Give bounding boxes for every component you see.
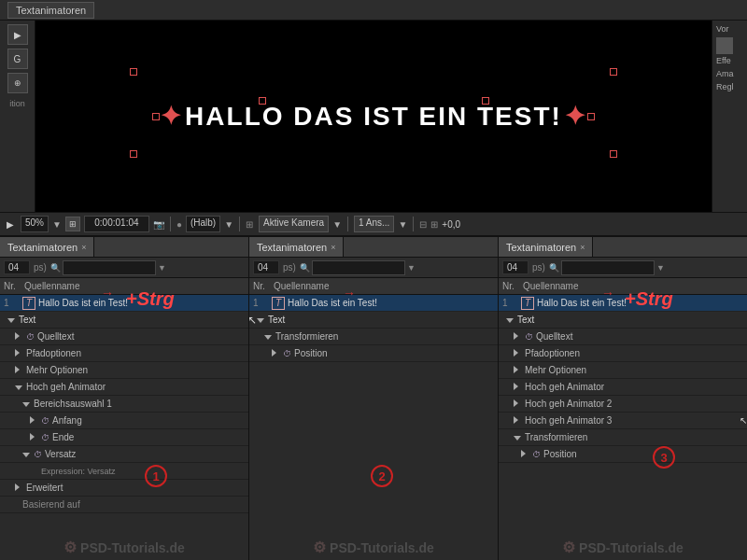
tool-button-3[interactable]: ⊕: [7, 73, 28, 93]
prop-anfang-1[interactable]: ⏱ Anfang: [0, 413, 248, 429]
prop-animator1-3[interactable]: Hoch geh Animator: [499, 379, 747, 396]
prop-mehr-1[interactable]: Mehr Optionen: [0, 362, 248, 379]
anchor-br: [610, 150, 617, 158]
search-dropdown-1[interactable]: ▼: [158, 263, 166, 273]
color-icon: ●: [176, 219, 182, 230]
prop-bereich-1[interactable]: Bereichsauswahl 1: [0, 396, 248, 413]
zoom-field[interactable]: 50%: [21, 216, 49, 232]
search-dropdown-3[interactable]: ▼: [656, 263, 665, 273]
tri-pfad-3: [514, 349, 523, 358]
zoom-dropdown-icon[interactable]: ▼: [52, 219, 62, 230]
panel-2-tab[interactable]: Textanimatoren ×: [249, 237, 344, 257]
panel-2-toolbar: 04 ps) 🔍 ▼: [249, 258, 498, 278]
panel-3-content: 1 T Hallo Das ist ein Test! Text ⏱ Quell…: [499, 295, 747, 560]
panel-1-fps: ps): [34, 262, 47, 273]
search-dropdown-2[interactable]: ▼: [407, 263, 416, 273]
tri-ber-1: [22, 399, 32, 409]
panel-3-time: 04: [502, 260, 529, 274]
camera-dropdown-icon[interactable]: ▼: [332, 219, 342, 230]
quality-dropdown[interactable]: ▼: [224, 219, 233, 230]
camera-dropdown[interactable]: Aktive Kamera: [259, 216, 329, 232]
plus-value: +0,0: [442, 219, 460, 230]
prop-erweitert-1[interactable]: Erweitert: [0, 480, 248, 497]
prop-text-3[interactable]: Text: [499, 312, 747, 329]
quality-field[interactable]: (Halb): [186, 216, 220, 232]
prop-position-3[interactable]: ⏱ Position: [499, 446, 747, 463]
prop-ende-1[interactable]: ⏱ Ende: [0, 429, 248, 446]
layer-name-1: Hallo Das ist ein Test!: [38, 298, 245, 308]
search-input-3[interactable]: [561, 260, 655, 275]
prop-transform-2[interactable]: Transformieren: [249, 329, 498, 345]
prop-animator-1[interactable]: Hoch geh Animator: [0, 379, 248, 396]
panel-3-header: Nr. Quellenname: [499, 278, 747, 295]
panel-1-content: 1 T Hallo Das ist ein Test! Text ⏱ Quell…: [0, 295, 248, 560]
panel-3: Textanimatoren × 04 ps) 🔍 ▼ Nr. Quellenn…: [499, 237, 747, 560]
tri-qt-3: [514, 332, 523, 342]
tool-button-1[interactable]: ▶: [7, 24, 28, 45]
prop-mehr-3[interactable]: Mehr Optionen: [499, 362, 747, 379]
panel-1-toolbar: 04 ps) 🔍 ▼: [0, 258, 248, 278]
tri-mehr-3: [514, 366, 523, 375]
panel-1-tab-close[interactable]: ×: [81, 243, 86, 252]
col-nr-3: Nr.: [502, 281, 523, 291]
prop-pfad-1[interactable]: Pfadoptionen: [0, 345, 248, 362]
layer-name-2: Hallo Das ist ein Test!: [288, 298, 494, 308]
panel-3-tab-bar: Textanimatoren ×: [499, 237, 747, 258]
tri-anim-1: [15, 383, 24, 392]
view-dropdown[interactable]: 1 Ans...: [354, 216, 394, 232]
anchor-tr: [610, 68, 617, 76]
tri-pfad-1: [15, 349, 24, 358]
separator-2: [239, 217, 240, 231]
prop-text-1[interactable]: Text: [0, 312, 248, 329]
tri-ende-1: [30, 433, 39, 442]
layer-row-2[interactable]: 1 T Hallo Das ist ein Test!: [249, 295, 498, 312]
panel-3-tab-close[interactable]: ×: [580, 243, 585, 252]
watch-anf-1: ⏱: [41, 416, 49, 426]
tool-button-2[interactable]: G: [7, 49, 28, 69]
panel-1-time: 04: [4, 260, 30, 274]
panel-3-tab[interactable]: Textanimatoren ×: [499, 237, 593, 257]
watch-pos-2: ⏱: [283, 349, 291, 358]
tri-anf-1: [30, 416, 39, 426]
layer-row-3[interactable]: 1 T Hallo Das ist ein Test!: [499, 295, 747, 312]
panel-1-header: Nr. Quellenname: [0, 278, 248, 295]
prop-pfad-3[interactable]: Pfadoptionen: [499, 345, 747, 362]
layer-icon-1: T: [22, 297, 35, 310]
grid-icon: ⊞: [246, 219, 253, 230]
cursor-3: ↖: [740, 415, 747, 426]
tool-label: ition: [9, 99, 25, 108]
prop-quelltext-1[interactable]: ⏱ Quelltext: [0, 329, 248, 345]
tri-pos-3: [521, 450, 530, 459]
top-bar: Textanimatoren: [0, 0, 747, 21]
anchor-tl: [130, 68, 137, 76]
prop-position-2[interactable]: ⏱ Position: [249, 345, 498, 362]
layer-row-1[interactable]: 1 T Hallo Das ist ein Test!: [0, 295, 248, 312]
panel-1-tab[interactable]: Textanimatoren ×: [0, 237, 94, 257]
tri-trans-2: [264, 332, 274, 342]
col-name-1: Quellenname: [24, 281, 245, 291]
right-btn-1[interactable]: [716, 37, 733, 54]
tri-erw-1: [15, 483, 24, 493]
separator-3: [347, 217, 348, 231]
tri-text-3: [506, 315, 515, 325]
prop-transform-3[interactable]: Transformieren: [499, 429, 747, 446]
search-input-2[interactable]: [312, 260, 405, 275]
camera-icon: 📷: [153, 219, 164, 230]
tri-trans-3: [514, 433, 523, 442]
prop-animator2-3[interactable]: Hoch geh Animator 2: [499, 396, 747, 413]
search-input-1[interactable]: [63, 260, 156, 275]
panel-2-tab-close[interactable]: ×: [331, 243, 335, 252]
layer-num-2: 1: [253, 298, 272, 308]
col-name-2: Quellenname: [274, 281, 494, 291]
left-tool-panel: ▶ G ⊕ ition: [0, 21, 35, 212]
search-icon-1: 🔍: [50, 263, 61, 273]
col-nr-1: Nr.: [4, 281, 24, 291]
timecode-field[interactable]: 0:00:01:04: [84, 216, 149, 232]
right-label-1: Vor: [716, 24, 743, 34]
prop-animator3-3[interactable]: Hoch geh Animator 3 ↖: [499, 413, 747, 429]
view-dropdown-icon[interactable]: ▼: [398, 219, 407, 230]
prop-quelltext-3[interactable]: ⏱ Quelltext: [499, 329, 747, 345]
prop-text-2[interactable]: Text: [249, 312, 498, 329]
prop-versatz-1[interactable]: ⏱ Versatz: [0, 446, 248, 463]
play-button[interactable]: ▶: [4, 218, 17, 231]
